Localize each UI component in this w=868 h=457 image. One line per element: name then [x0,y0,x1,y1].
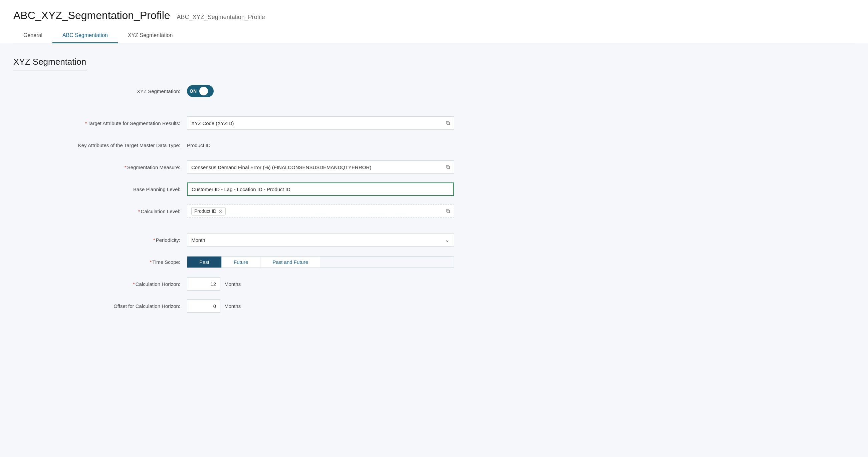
page-title-sub: ABC_XYZ_Segmentation_Profile [177,14,265,21]
expand-icon-target[interactable]: ⧉ [446,120,450,126]
periodicity-value: Month ⌄ [187,233,454,247]
page-title-main: ABC_XYZ_Segmentation_Profile [13,9,170,22]
base-planning-level-value: Customer ID - Lag - Location ID - Produc… [187,183,454,196]
time-scope-past-future-button[interactable]: Past and Future [260,257,320,267]
key-attributes-value: Product ID [187,142,454,148]
target-attribute-label: *Target Attribute for Segmentation Resul… [13,121,187,126]
required-star-4: * [153,237,155,243]
required-star-5: * [150,259,152,265]
periodicity-dropdown[interactable]: Month ⌄ [187,233,454,247]
offset-label: Offset for Calculation Horizon: [13,303,187,309]
calculation-horizon-label: *Calculation Horizon: [13,281,187,287]
required-star-2: * [125,164,127,170]
calculation-level-tag: Product ID ⊗ [191,207,226,216]
calculation-horizon-unit: Months [224,281,241,287]
form-container: XYZ Segmentation: ON *Target Attribute f… [13,84,481,313]
calculation-horizon-input-row: Months [187,277,454,291]
time-scope-past-button[interactable]: Past [187,257,222,267]
toggle-container: ON [187,85,454,97]
chevron-down-icon: ⌄ [445,236,450,243]
tabs-bar: General ABC Segmentation XYZ Segmentatio… [13,28,855,43]
tab-xyz-segmentation[interactable]: XYZ Segmentation [118,28,183,43]
key-attributes-row: Key Attributes of the Target Master Data… [13,138,481,153]
expand-icon-calculation[interactable]: ⧉ [446,208,450,214]
expand-icon-segmentation[interactable]: ⧉ [446,164,450,170]
base-planning-level-label: Base Planning Level: [13,187,187,192]
page-title-row: ABC_XYZ_Segmentation_Profile ABC_XYZ_Seg… [13,9,855,22]
section-title-underline [13,70,87,70]
target-attribute-text: XYZ Code (XYZID) [191,121,443,126]
page-header: ABC_XYZ_Segmentation_Profile ABC_XYZ_Seg… [0,0,868,43]
required-star: * [85,121,87,126]
offset-row: Offset for Calculation Horizon: Months [13,299,481,313]
section-title: XYZ Segmentation [13,57,855,67]
calculation-level-input[interactable]: Product ID ⊗ ⧉ [187,204,454,218]
calculation-horizon-input[interactable] [187,277,220,291]
segmentation-measure-text: Consensus Demand Final Error (%) (FINALC… [191,164,443,170]
periodicity-text: Month [191,237,445,243]
base-planning-level-text: Customer ID - Lag - Location ID - Produc… [192,187,450,192]
segmentation-measure-value: Consensus Demand Final Error (%) (FINALC… [187,160,454,174]
key-attributes-text: Product ID [187,142,211,148]
tag-text: Product ID [194,208,216,214]
target-attribute-row: *Target Attribute for Segmentation Resul… [13,116,481,130]
time-scope-value: Past Future Past and Future [187,256,454,268]
toggle-label: ON [190,88,197,94]
toggle-circle [199,87,208,95]
calculation-level-row: *Calculation Level: Product ID ⊗ ⧉ [13,204,481,219]
base-planning-level-input[interactable]: Customer ID - Lag - Location ID - Produc… [187,183,454,196]
calculation-level-label: *Calculation Level: [13,208,187,214]
offset-unit: Months [224,303,241,309]
xyz-segmentation-row: XYZ Segmentation: ON [13,84,481,98]
segmentation-measure-input[interactable]: Consensus Demand Final Error (%) (FINALC… [187,160,454,174]
periodicity-label: *Periodicity: [13,237,187,243]
offset-input-row: Months [187,299,454,313]
page-wrapper: ABC_XYZ_Segmentation_Profile ABC_XYZ_Seg… [0,0,868,457]
content-area: XYZ Segmentation XYZ Segmentation: ON [0,43,868,457]
segmentation-measure-label: *Segmentation Measure: [13,164,187,170]
tab-general[interactable]: General [13,28,53,43]
required-star-3: * [138,208,140,214]
xyz-segmentation-label: XYZ Segmentation: [13,88,187,94]
target-attribute-value: XYZ Code (XYZID) ⧉ [187,117,454,130]
calculation-horizon-row: *Calculation Horizon: Months [13,276,481,291]
base-planning-level-row: Base Planning Level: Customer ID - Lag -… [13,182,481,196]
tab-abc-segmentation[interactable]: ABC Segmentation [53,28,118,43]
time-scope-row: *Time Scope: Past Future Past and Future [13,255,481,269]
calculation-horizon-value: Months [187,277,454,291]
offset-input[interactable] [187,299,220,313]
offset-value: Months [187,299,454,313]
segmentation-measure-row: *Segmentation Measure: Consensus Demand … [13,160,481,174]
tag-close-icon[interactable]: ⊗ [218,208,223,215]
time-scope-label: *Time Scope: [13,259,187,265]
xyz-segmentation-value: ON [187,85,454,97]
target-attribute-input[interactable]: XYZ Code (XYZID) ⧉ [187,117,454,130]
calculation-level-value: Product ID ⊗ ⧉ [187,204,454,218]
time-scope-group: Past Future Past and Future [187,256,454,268]
key-attributes-label: Key Attributes of the Target Master Data… [13,142,187,148]
time-scope-future-button[interactable]: Future [222,257,260,267]
required-star-6: * [133,281,135,287]
periodicity-row: *Periodicity: Month ⌄ [13,232,481,247]
xyz-segmentation-toggle[interactable]: ON [187,85,214,97]
